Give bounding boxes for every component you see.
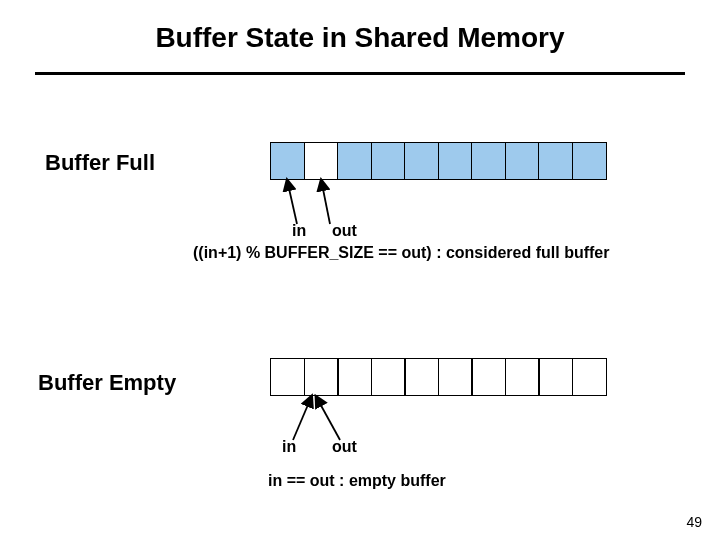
buffer-cell (572, 358, 607, 396)
buffer-cell (270, 358, 305, 396)
buffer-cell (304, 142, 339, 180)
buffer-full-arrows (270, 180, 390, 232)
buffer-cell (270, 142, 305, 180)
buffer-cell (404, 358, 439, 396)
svg-line-2 (322, 184, 330, 224)
svg-line-5 (318, 400, 340, 440)
buffer-cell (337, 142, 372, 180)
buffer-full-diagram (270, 142, 607, 180)
buffer-cell (337, 358, 372, 396)
buffer-cell (505, 142, 540, 180)
buffer-full-formula: ((in+1) % BUFFER_SIZE == out) : consider… (193, 244, 609, 262)
buffer-cell (371, 358, 406, 396)
buffer-empty-formula: in == out : empty buffer (268, 472, 446, 490)
buffer-cell (371, 142, 406, 180)
buffer-cell (438, 358, 473, 396)
buffer-cell (538, 142, 573, 180)
buffer-cell (404, 142, 439, 180)
in-pointer-label: in (292, 222, 306, 240)
buffer-cell (438, 142, 473, 180)
slide-title: Buffer State in Shared Memory (0, 0, 720, 54)
buffer-empty-label: Buffer Empty (38, 370, 176, 396)
out-pointer-label: out (332, 222, 357, 240)
in-pointer-label: in (282, 438, 296, 456)
buffer-full-label: Buffer Full (45, 150, 155, 176)
buffer-cell (471, 358, 506, 396)
buffer-cell (471, 142, 506, 180)
svg-line-4 (293, 400, 310, 440)
title-divider (35, 72, 685, 75)
buffer-empty-diagram (270, 358, 607, 396)
out-pointer-label: out (332, 438, 357, 456)
buffer-cell (538, 358, 573, 396)
buffer-cell (572, 142, 607, 180)
svg-line-1 (288, 184, 297, 224)
buffer-cell (304, 358, 339, 396)
buffer-cell (505, 358, 540, 396)
page-number: 49 (686, 514, 702, 530)
